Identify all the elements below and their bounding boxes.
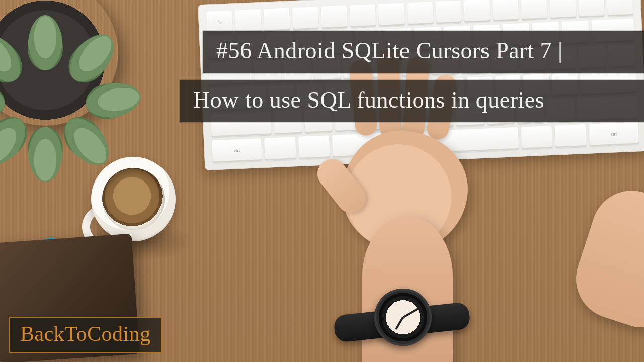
thumbnail-stage: esc ctrlctrl xyxy=(0,0,644,362)
title-line-2: How to use SQL functions in queries xyxy=(180,80,644,122)
brand-badge: BackToCoding xyxy=(9,317,162,353)
succulent-plant xyxy=(0,0,118,126)
title-line-1: #56 Android SQLite Cursors Part 7 | xyxy=(203,31,644,73)
right-hand xyxy=(566,180,644,333)
wristwatch xyxy=(364,286,445,362)
